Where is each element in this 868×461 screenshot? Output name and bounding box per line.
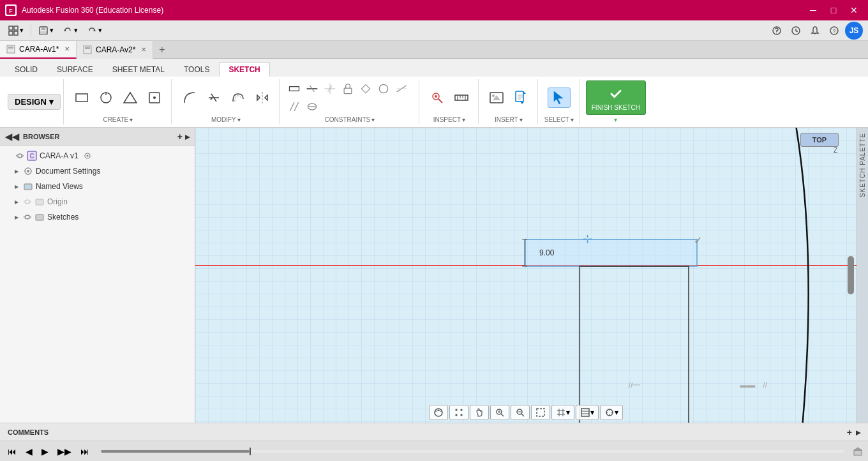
tree-item-origin[interactable]: ▶ Origin (0, 194, 195, 209)
grid-display-btn[interactable]: ▾ (551, 405, 574, 420)
tab-cara-av2[interactable]: CARA-Av2* ✕ (77, 41, 153, 59)
redo-btn[interactable]: ▾ (84, 24, 105, 38)
timeline-marker[interactable] (250, 448, 251, 455)
comments-add-btn[interactable]: + (847, 427, 852, 437)
tree-item-sketches[interactable]: ▶ Sketches (0, 209, 195, 225)
orbit-btn[interactable] (429, 405, 448, 420)
svg-line-46 (294, 102, 299, 110)
svg-marker-104 (455, 409, 458, 411)
snap-settings-btn[interactable]: ▾ (600, 405, 623, 420)
select-btn[interactable] (548, 87, 571, 108)
horizontal-btn[interactable] (357, 80, 374, 97)
close-btn[interactable]: ✕ (845, 1, 863, 19)
minimize-btn[interactable]: ─ (804, 1, 822, 19)
ribbon-tab-surface[interactable]: SURFACE (47, 62, 103, 77)
title-bar-left: F Autodesk Fusion 360 (Education License… (5, 4, 163, 16)
sidebar-expand-btn[interactable]: ▸ (185, 132, 190, 142)
ribbon-tab-solid[interactable]: SOLID (5, 62, 47, 77)
maximize-btn[interactable]: □ (825, 1, 842, 19)
offset-btn[interactable] (227, 88, 250, 107)
coincident-btn[interactable] (286, 80, 303, 97)
svg-rect-19 (8, 47, 13, 49)
confirm-icon[interactable]: ✓ (694, 234, 702, 246)
equal-btn[interactable] (286, 98, 303, 115)
select-buttons (548, 80, 571, 115)
mirror-btn[interactable] (251, 88, 274, 107)
zoom-fit-btn[interactable] (490, 405, 509, 420)
undo-btn[interactable]: ▾ (59, 24, 81, 38)
origin-expand[interactable]: ▶ (13, 198, 20, 206)
tab-add-btn[interactable]: + (153, 41, 171, 59)
svg-rect-128 (854, 450, 862, 455)
sidebar-collapse-btn[interactable]: ◀◀ (5, 132, 19, 142)
triangle-btn[interactable] (119, 88, 142, 107)
timeline-end-btn[interactable]: ⏭ (78, 445, 92, 458)
insert-image-btn[interactable] (485, 88, 508, 107)
svg-point-42 (379, 84, 387, 93)
browser-label: BROWSER (23, 133, 59, 140)
timeline-play-btn[interactable]: ▶ (39, 445, 51, 458)
display-settings-btn[interactable]: ▾ (576, 405, 599, 420)
circle-btn[interactable] (94, 88, 117, 107)
ribbon-tab-sketch[interactable]: SKETCH (219, 62, 269, 77)
named-views-expand[interactable]: ▶ (13, 183, 20, 190)
clock-btn[interactable] (788, 24, 804, 38)
ribbon-tab-tools[interactable]: TOOLS (174, 62, 219, 77)
svg-rect-8 (40, 31, 47, 34)
canvas-area[interactable]: TOP Z ⊹ ✓ ╌╌ // (195, 128, 857, 423)
tree-item-doc-settings[interactable]: ▶ Document Settings (0, 163, 195, 179)
fillet-btn[interactable] (178, 88, 201, 107)
tree-item-named-views[interactable]: ▶ Named Views (0, 179, 195, 194)
move-icon[interactable]: ⊹ (583, 232, 592, 245)
tab-cara-av1[interactable]: CARA-Av1* ✕ (0, 41, 77, 59)
rectangle-btn[interactable] (70, 88, 93, 107)
sketch-rect-main[interactable] (580, 266, 689, 423)
parallel-btn[interactable] (304, 98, 320, 115)
ribbon-group-constraints: CONSTRAINTS ▾ (281, 79, 419, 125)
svg-text:▬▬: ▬▬ (740, 381, 756, 389)
collinear-btn[interactable] (304, 80, 320, 97)
measure-btn[interactable] (426, 88, 449, 107)
point-btn[interactable] (143, 88, 166, 107)
grid-menu-btn[interactable]: ▾ (5, 24, 27, 38)
save-btn[interactable]: ▾ (35, 24, 57, 38)
timeline-start-btn[interactable]: ⏮ (5, 445, 19, 458)
concentric-btn[interactable] (322, 80, 338, 97)
timeline-prev-btn[interactable]: ◀ (23, 445, 35, 458)
zoom-in-btn[interactable] (511, 405, 530, 420)
svg-text://: // (763, 381, 767, 389)
help-btn[interactable]: ? (826, 24, 842, 38)
svg-line-50 (438, 99, 442, 103)
tab-close-1[interactable]: ✕ (64, 45, 70, 52)
title-bar-controls[interactable]: ─ □ ✕ (804, 1, 863, 19)
finish-sketch-btn[interactable]: FINISH SKETCH (586, 80, 646, 115)
ribbon-tab-sheet-metal[interactable]: SHEET METAL (103, 62, 174, 77)
workspace-btn[interactable]: DESIGN ▾ (8, 94, 61, 110)
tab-close-2[interactable]: ✕ (141, 46, 146, 53)
fit-btn[interactable] (449, 405, 468, 420)
root-label: CARA-A v1 (40, 151, 79, 160)
root-settings-icon[interactable] (84, 152, 91, 160)
sketches-expand[interactable]: ▶ (13, 213, 20, 221)
user-avatar[interactable]: JS (845, 22, 863, 40)
doc-settings-expand[interactable]: ▶ (13, 167, 20, 175)
svg-text:⊹: ⊹ (583, 232, 592, 245)
help-online-btn[interactable] (768, 24, 785, 38)
dim-label-9: 9.00 (539, 248, 555, 257)
tab-label-2: CARA-Av2* (96, 45, 135, 54)
timeline-next-btn[interactable]: ▶▶ (55, 445, 74, 458)
notification-btn[interactable] (807, 24, 823, 38)
tree-root[interactable]: C CARA-A v1 (0, 148, 195, 163)
tangent-btn[interactable] (393, 80, 410, 97)
vertical-btn[interactable] (375, 80, 392, 97)
window-select-btn[interactable] (531, 405, 550, 420)
lock-btn[interactable] (340, 80, 356, 97)
modify-label: MODIFY ▾ (211, 116, 241, 123)
trim-btn[interactable] (202, 88, 225, 107)
ruler-btn[interactable] (450, 88, 473, 107)
comments-panel-btn[interactable]: ▸ (856, 427, 860, 437)
insert-dxf-btn[interactable] (509, 88, 532, 107)
svg-marker-103 (437, 409, 440, 411)
sidebar-add-btn[interactable]: + (177, 132, 183, 142)
hand-btn[interactable] (470, 405, 489, 420)
